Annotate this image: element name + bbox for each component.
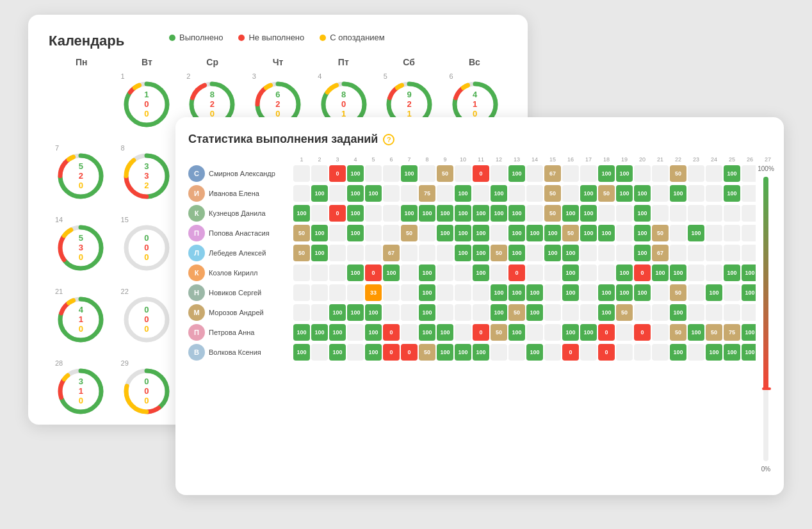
task-cell[interactable]: 100 (526, 304, 543, 321)
calendar-day-cell[interactable]: 28310 (49, 358, 113, 428)
task-cell[interactable]: 50 (598, 185, 615, 202)
task-cell[interactable]: 100 (311, 245, 328, 261)
task-cell[interactable]: 100 (670, 264, 686, 281)
donut-chart[interactable]: 000 (124, 225, 170, 271)
task-cell[interactable]: 100 (419, 304, 435, 321)
task-cell[interactable]: 0 (383, 324, 400, 341)
task-cell[interactable]: 100 (437, 205, 453, 222)
calendar-day-cell[interactable]: 21410 (49, 286, 113, 357)
task-cell[interactable]: 100 (455, 245, 471, 261)
task-cell[interactable]: 100 (329, 304, 346, 321)
task-cell[interactable]: 100 (598, 165, 615, 182)
task-cell[interactable]: 50 (491, 245, 507, 261)
task-cell[interactable]: 100 (724, 264, 740, 281)
task-cell[interactable]: 100 (491, 284, 507, 301)
task-cell[interactable]: 0 (508, 264, 525, 281)
task-cell[interactable]: 100 (293, 344, 310, 361)
task-cell[interactable]: 100 (455, 185, 471, 202)
task-cell[interactable]: 100 (706, 284, 722, 301)
task-cell[interactable]: 100 (365, 324, 382, 341)
task-cell[interactable]: 100 (347, 185, 364, 202)
task-cell[interactable]: 100 (293, 324, 310, 341)
task-cell[interactable]: 100 (293, 205, 310, 222)
task-cell[interactable]: 100 (526, 344, 543, 361)
task-cell[interactable]: 50 (670, 284, 686, 301)
task-cell[interactable]: 100 (473, 264, 489, 281)
help-icon[interactable]: ? (383, 134, 394, 145)
task-cell[interactable]: 100 (706, 344, 722, 361)
task-cell[interactable]: 100 (365, 185, 382, 202)
task-cell[interactable]: 100 (311, 225, 328, 241)
task-cell[interactable]: 100 (616, 264, 633, 281)
task-cell[interactable]: 50 (616, 304, 633, 321)
task-cell[interactable]: 0 (473, 324, 489, 341)
task-cell[interactable]: 100 (437, 344, 453, 361)
donut-chart[interactable]: 000 (124, 368, 170, 414)
task-cell[interactable]: 100 (724, 344, 740, 361)
task-cell[interactable]: 100 (544, 245, 561, 261)
task-cell[interactable]: 100 (526, 225, 543, 241)
task-cell[interactable]: 50 (544, 205, 561, 222)
task-cell[interactable]: 100 (634, 225, 651, 241)
task-cell[interactable]: 100 (491, 185, 507, 202)
task-cell[interactable]: 100 (508, 245, 525, 261)
task-cell[interactable]: 0 (598, 324, 615, 341)
donut-chart[interactable]: 520 (58, 153, 104, 199)
task-cell[interactable]: 67 (544, 165, 561, 182)
task-cell[interactable]: 100 (473, 225, 489, 241)
task-cell[interactable]: 100 (401, 205, 418, 222)
task-cell[interactable]: 50 (706, 324, 722, 341)
task-cell[interactable]: 100 (670, 344, 686, 361)
task-cell[interactable]: 0 (365, 264, 382, 281)
task-cell[interactable]: 100 (508, 284, 525, 301)
donut-chart[interactable]: 000 (124, 297, 170, 343)
donut-chart[interactable]: 100 (124, 81, 170, 127)
task-cell[interactable]: 100 (491, 304, 507, 321)
calendar-day-cell[interactable]: 15000 (115, 215, 179, 285)
task-cell[interactable]: 50 (401, 225, 418, 241)
task-cell[interactable]: 100 (311, 185, 328, 202)
task-cell[interactable]: 100 (419, 324, 435, 341)
task-cell[interactable]: 100 (562, 284, 579, 301)
task-cell[interactable]: 100 (347, 304, 364, 321)
task-cell[interactable]: 100 (437, 324, 453, 341)
task-cell[interactable]: 50 (508, 304, 525, 321)
task-cell[interactable]: 100 (455, 205, 471, 222)
task-cell[interactable]: 100 (508, 225, 525, 241)
task-cell[interactable]: 100 (329, 324, 346, 341)
donut-chart[interactable]: 332 (124, 153, 170, 199)
task-cell[interactable]: 100 (634, 205, 651, 222)
task-cell[interactable]: 100 (347, 205, 364, 222)
task-cell[interactable]: 100 (562, 324, 579, 341)
calendar-day-cell[interactable]: 7520 (49, 143, 113, 213)
task-cell[interactable]: 100 (616, 185, 633, 202)
task-cell[interactable]: 0 (329, 165, 346, 182)
task-cell[interactable]: 100 (724, 165, 740, 182)
task-cell[interactable]: 50 (544, 185, 561, 202)
task-cell[interactable]: 100 (616, 284, 633, 301)
task-cell[interactable]: 0 (562, 344, 579, 361)
task-cell[interactable]: 50 (437, 165, 453, 182)
task-cell[interactable]: 0 (634, 264, 651, 281)
task-cell[interactable]: 50 (670, 165, 686, 182)
task-cell[interactable]: 100 (562, 245, 579, 261)
task-cell[interactable]: 100 (526, 284, 543, 301)
calendar-day-cell[interactable]: 14530 (49, 215, 113, 285)
task-cell[interactable]: 100 (634, 284, 651, 301)
task-cell[interactable]: 100 (670, 304, 686, 321)
task-cell[interactable]: 100 (508, 165, 525, 182)
task-cell[interactable]: 0 (383, 344, 400, 361)
task-cell[interactable]: 100 (634, 245, 651, 261)
donut-chart[interactable]: 530 (58, 225, 104, 271)
task-cell[interactable]: 100 (742, 344, 756, 361)
task-cell[interactable]: 100 (383, 264, 400, 281)
task-cell[interactable]: 100 (634, 185, 651, 202)
task-cell[interactable]: 100 (437, 225, 453, 241)
donut-chart[interactable]: 310 (58, 368, 104, 414)
task-cell[interactable]: 100 (652, 264, 669, 281)
task-cell[interactable]: 100 (347, 225, 364, 241)
task-cell[interactable]: 67 (383, 245, 400, 261)
task-cell[interactable]: 100 (419, 264, 435, 281)
task-cell[interactable]: 100 (598, 284, 615, 301)
task-cell[interactable]: 33 (365, 284, 382, 301)
